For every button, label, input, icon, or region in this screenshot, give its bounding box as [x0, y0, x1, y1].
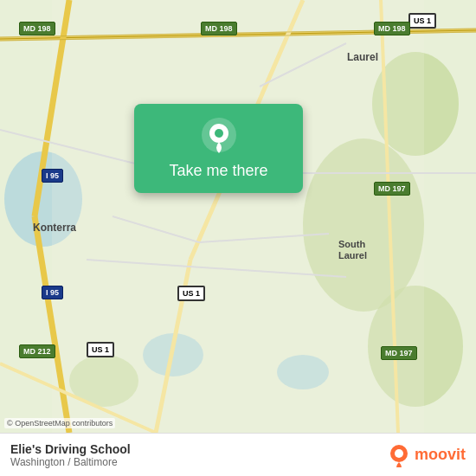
us1-badge-bottom: US 1 [87, 342, 114, 357]
bottom-bar-info: Elie's Driving School Washington / Balti… [10, 442, 131, 468]
svg-rect-8 [52, 0, 424, 433]
us1-badge-center: US 1 [177, 286, 205, 301]
location-region: Washington / Baltimore [10, 456, 131, 468]
osm-attribution: © OpenStreetMap contributors [4, 418, 115, 428]
us1-badge-top: US 1 [408, 13, 436, 29]
md198-badge-left: MD 198 [19, 22, 55, 35]
md198-badge-right: MD 198 [374, 22, 410, 35]
bottom-bar: Elie's Driving School Washington / Balti… [0, 433, 476, 476]
md197-badge-top: MD 197 [374, 182, 410, 196]
map-container: US 1 MD 198 MD 198 MD 198 I 95 I 95 MD 1… [0, 0, 476, 476]
svg-point-29 [395, 449, 403, 458]
md212-badge: MD 212 [19, 344, 55, 358]
moovit-brand-text: moovit [415, 446, 466, 464]
popup-card: Take me there [134, 104, 303, 193]
moovit-logo: moovit [387, 443, 466, 467]
map-background [0, 0, 476, 476]
svg-point-27 [215, 129, 223, 138]
location-name: Elie's Driving School [10, 442, 131, 456]
location-pin-icon [201, 117, 237, 153]
take-me-there-button[interactable]: Take me there [169, 162, 267, 180]
moovit-pin-icon [387, 443, 411, 467]
md197-badge-bottom: MD 197 [381, 346, 417, 360]
south-laurel-label: SouthLaurel [336, 238, 370, 262]
i95-badge-bottom: I 95 [42, 286, 63, 299]
md198-badge-center: MD 198 [201, 22, 237, 35]
laurel-label: Laurel [344, 50, 381, 64]
konterra-label: Konterra [30, 221, 79, 235]
i95-badge-top: I 95 [42, 169, 63, 183]
